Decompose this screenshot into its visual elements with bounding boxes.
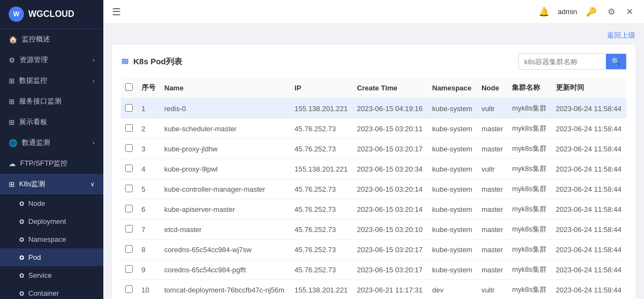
row-index: 7 (137, 219, 160, 240)
row-update-time: 2023-06-24 11:58:44 (552, 99, 627, 119)
col-node: Node (477, 77, 507, 99)
row-checkbox[interactable] (121, 260, 137, 280)
logo-icon: W (9, 7, 24, 22)
k8s-icon: ⊞ (9, 180, 15, 188)
col-name: Name (160, 77, 290, 99)
row-cluster: myk8s集群 (507, 219, 551, 240)
row-checkbox[interactable] (121, 119, 137, 139)
col-cluster: 集群名称 (507, 77, 551, 99)
sidebar-item-label: 数据监控 (19, 76, 47, 86)
row-index: 2 (137, 119, 160, 139)
pod-list-card: ≋ K8s Pod列表 🔍 序号 Name IP Create Time (112, 45, 635, 299)
sidebar: W WGCLOUD 🏠 监控概述 ⚙ 资源管理 › ⊞ 数据监控 › ⊞ 服务接… (0, 0, 103, 299)
key-icon[interactable]: 🔑 (586, 7, 597, 17)
row-ip: 45.76.252.73 (290, 199, 353, 219)
search-input[interactable] (519, 55, 606, 69)
row-name: tomcat-deployment-76bccfb47c-nj56m (160, 280, 290, 300)
row-name: redis-0 (160, 99, 290, 119)
sidebar-sub-item-label: Container (28, 289, 59, 297)
table-row: 4 kube-proxy-9lpwl 155.138.201.221 2023-… (121, 159, 627, 179)
row-create-time: 2023-06-15 03:20:17 (352, 240, 428, 260)
sidebar-sub-item-node[interactable]: Node (0, 194, 103, 212)
row-checkbox[interactable] (121, 139, 137, 159)
sidebar-item-resource[interactable]: ⚙ 资源管理 › (0, 50, 103, 70)
row-namespace: kube-system (428, 260, 478, 280)
back-link[interactable]: 返回上级 (112, 30, 635, 40)
sidebar-item-monitor[interactable]: 🏠 监控概述 (0, 29, 103, 50)
row-node: master (477, 260, 507, 280)
sidebar-item-dashboard[interactable]: ⊞ 展示看板 (0, 112, 103, 132)
table-row: 7 etcd-master 45.76.252.73 2023-06-15 03… (121, 219, 627, 240)
sidebar-sub-item-namespace[interactable]: Namespace (0, 230, 103, 248)
chevron-right-icon: › (92, 77, 95, 84)
row-node: master (477, 139, 507, 159)
sidebar-sub-item-label: Namespace (28, 235, 66, 243)
sidebar-item-k8s[interactable]: ⊞ K8s监测 ∨ (0, 174, 103, 194)
row-cluster: myk8s集群 (507, 119, 551, 139)
row-node: vultr (477, 99, 507, 119)
table-row: 9 coredns-65c54cc984-pgfft 45.76.252.73 … (121, 260, 627, 280)
row-ip: 45.76.252.73 (290, 139, 353, 159)
close-icon[interactable]: ✕ (626, 7, 633, 17)
table-row: 6 kube-apiserver-master 45.76.252.73 202… (121, 199, 627, 219)
row-checkbox[interactable] (121, 159, 137, 179)
row-ip: 45.76.252.73 (290, 240, 353, 260)
circle-icon (20, 291, 24, 296)
row-checkbox[interactable] (121, 240, 137, 260)
sidebar-item-label: FTP/SFTP监控 (20, 158, 67, 168)
row-ip: 45.76.252.73 (290, 260, 353, 280)
sidebar-sub-item-label: Deployment (28, 217, 66, 225)
row-checkbox[interactable] (121, 99, 137, 119)
row-node: master (477, 219, 507, 240)
row-cluster: myk8s集群 (507, 240, 551, 260)
chevron-right-icon: › (92, 139, 95, 146)
search-button[interactable]: 🔍 (606, 54, 626, 69)
card-title: ≋ K8s Pod列表 (121, 56, 182, 68)
search-box: 🔍 (518, 53, 627, 70)
sidebar-item-label: 监控概述 (22, 34, 50, 44)
row-index: 10 (137, 280, 160, 300)
row-create-time: 2023-06-15 03:20:34 (352, 159, 428, 179)
sidebar-sub-item-deployment[interactable]: Deployment (0, 212, 103, 230)
sidebar-sub-item-pod[interactable]: Pod (0, 248, 103, 266)
dashboard-icon: ⊞ (9, 118, 15, 126)
row-checkbox[interactable] (121, 280, 137, 300)
sidebar-item-label: 服务接口监测 (19, 96, 61, 106)
select-all-checkbox[interactable] (125, 83, 133, 91)
row-update-time: 2023-06-24 11:58:44 (552, 139, 627, 159)
row-node: vultr (477, 159, 507, 179)
globe-icon: 🌐 (9, 139, 17, 147)
topbar: ☰ 🔔 admin 🔑 ⚙ ✕ (103, 0, 644, 24)
row-node: master (477, 240, 507, 260)
sidebar-sub-item-service[interactable]: Service (0, 266, 103, 284)
row-cluster: myk8s集群 (507, 159, 551, 179)
row-checkbox[interactable] (121, 179, 137, 199)
sidebar-item-datong[interactable]: 🌐 数通监测 › (0, 132, 103, 153)
row-name: kube-proxy-9lpwl (160, 159, 290, 179)
row-cluster: myk8s集群 (507, 99, 551, 119)
row-ip: 45.76.252.73 (290, 179, 353, 199)
circle-icon (20, 237, 24, 242)
row-checkbox[interactable] (121, 219, 137, 240)
table-row: 8 coredns-65c54cc984-wj7sw 45.76.252.73 … (121, 240, 627, 260)
row-index: 3 (137, 139, 160, 159)
row-ip: 155.138.201.221 (290, 280, 353, 300)
api-icon: ⊞ (9, 97, 15, 106)
row-namespace: kube-system (428, 179, 478, 199)
row-cluster: myk8s集群 (507, 139, 551, 159)
bell-icon[interactable]: 🔔 (538, 7, 549, 17)
home-icon: 🏠 (9, 35, 17, 44)
sidebar-item-datamonitor[interactable]: ⊞ 数据监控 › (0, 70, 103, 91)
sidebar-sub-item-container[interactable]: Container (0, 284, 103, 299)
main-content: ☰ 🔔 admin 🔑 ⚙ ✕ 返回上级 ≋ K8s Pod列表 🔍 (103, 0, 644, 299)
sidebar-item-ftp[interactable]: ☁ FTP/SFTP监控 (0, 153, 103, 174)
row-node: master (477, 199, 507, 219)
menu-icon[interactable]: ☰ (112, 6, 121, 18)
row-namespace: kube-system (428, 159, 478, 179)
row-namespace: kube-system (428, 119, 478, 139)
row-checkbox[interactable] (121, 199, 137, 219)
gear-icon[interactable]: ⚙ (608, 7, 615, 17)
row-create-time: 2023-06-15 03:20:14 (352, 199, 428, 219)
sidebar-item-serviceapi[interactable]: ⊞ 服务接口监测 (0, 91, 103, 112)
row-create-time: 2023-06-15 03:20:17 (352, 139, 428, 159)
